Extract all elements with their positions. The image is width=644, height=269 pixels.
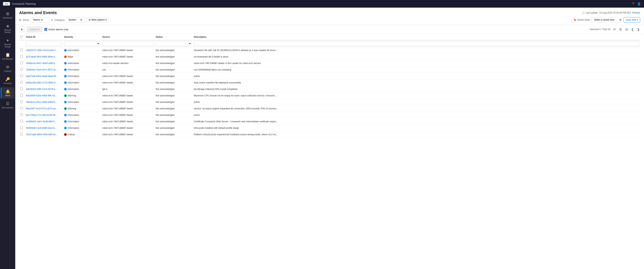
help-icon[interactable]: ? [632,2,634,5]
alarm-id-cell: 8da245f7-dc2f-4713-a574-ea... [25,105,63,112]
filter-source-input[interactable] [102,41,153,46]
row-checkbox[interactable] [20,55,23,58]
cisco-logo: cisco [3,2,10,5]
row-checkbox[interactable] [20,68,23,71]
table-row: 3b638316-5df5-4123-9378-b... i Informati… [19,86,640,92]
export-button[interactable]: ⬆ [19,26,24,32]
user-icon[interactable]: 👤 [637,2,641,6]
dashboard-icon: ⊞ [6,11,9,16]
alarm-id-cell: 15b02157-c95b-47e5-b1e5-2... [25,47,63,53]
alarm-id-link[interactable]: 5f2589d9-7ac9-4830-bece-6... [26,127,57,129]
show-select[interactable]: Alarms Events All [32,18,43,21]
row-checkbox[interactable] [20,133,23,135]
category-label: Category [54,18,65,21]
severity-icon: i [64,114,67,116]
alarm-id-link[interactable]: cf6ede2a-2ba1-4d06-b069-6... [26,101,57,103]
status-cell: Not acknowledged [154,112,193,118]
status-cell: Not acknowledged [154,86,193,92]
alarm-id-link[interactable]: 8da245f7-dc2f-4713-a574-ea... [26,107,58,110]
sidebar-item-licensing[interactable]: 🔑 Licensing [1,75,14,86]
alarm-id-link[interactable]: 8137aba5-961f-495b-894e-b... [26,55,57,58]
filter-status-select[interactable]: Not acknowledged Acknowledged [156,41,192,46]
row-checkbox[interactable] [20,107,23,110]
status-cell: Not acknowledged [154,92,193,99]
row-checkbox[interactable] [20,81,23,84]
row-checkbox[interactable] [20,113,23,116]
severity-cell: i Information [63,125,101,131]
alarm-id-link[interactable]: e1089d23-1bb7-4e38-bfb3-f... [26,120,56,123]
description-cell: Auto action manifest file deployed succe… [193,79,640,86]
licensing-icon: 🔑 [5,77,10,81]
more-options-button[interactable]: ⊟ More options ▾ [86,17,108,22]
row-checkbox[interactable] [20,49,23,51]
alarm-id-link[interactable]: 6ac72b6a-c7c2-4fef-b158-99... [26,114,57,116]
row-checkbox[interactable] [20,126,23,129]
source-cell: robot-orch-7467c48887-dwwtc [101,125,154,131]
refresh-button[interactable]: Refresh [632,11,640,14]
actions-button[interactable]: Actions ▾ [27,26,42,32]
alarm-id-link[interactable]: 1f28e4e0-70a4-4e7c-857f-cb... [26,68,58,71]
filter-source-cell [101,40,154,47]
show-select-container[interactable]: Alarms Events All [30,17,50,22]
description-cell: cas-5c854b9bdd-9lpzs cas restarting [193,66,640,73]
last-update-label: Last update: [586,11,598,14]
alarm-id-cell: 20ce7ad8-3604-4305-bf5f-4e... [25,131,63,138]
severity-label: Information [68,88,79,90]
alarm-id-link[interactable]: fb818699-02be-44b0-8ffc-43... [26,94,57,97]
alarm-id-link[interactable]: b03bcc56-d36c-4713-9983-b... [26,81,57,84]
chevron-down-icon-actions: ▾ [38,28,40,31]
save-view-button[interactable]: Save view ▾ [624,17,640,22]
filter-description-input[interactable] [194,41,639,46]
alarm-id-link[interactable]: 15b02157-c95b-47e5-b1e5-2... [26,49,58,52]
alarm-id-cell: 3b638316-5df5-4123-9378-b... [25,86,63,92]
source-cell: robot-orch-7467c48887-dwwtc [101,131,154,138]
active-alarms-checkbox[interactable] [44,28,47,31]
severity-icon: i [64,49,67,52]
alarm-id-link[interactable]: c848ac42-8e57-4b30-a3f9-9... [26,62,57,65]
category-select-container[interactable]: System Network Application [66,17,85,22]
filter-table-button[interactable]: ⊟ [625,27,628,32]
collapse-right-button[interactable]: ❮ [631,27,634,32]
severity-label: Information [68,62,79,65]
status-header: Status [154,34,193,40]
row-checkbox[interactable] [20,120,23,122]
refresh-table-button[interactable]: ⟳ [613,27,616,32]
source-cell: robot-orch-leader-election [101,60,154,66]
sidebar-item-administration[interactable]: ☰ Administration [1,99,14,111]
row-checkbox[interactable] [20,100,23,103]
severity-cell: i Information [63,118,101,125]
alarm-id-link[interactable]: 20ce7ad8-3604-4305-bf5f-4e... [26,133,58,136]
description-cell: cw-timeseries-db-0 health is down. [193,53,640,60]
sidebar-item-job-manager[interactable]: 📋 Job Manager [1,51,14,62]
alarm-id-link[interactable]: 3b638316-5df5-4123-9378-b... [26,88,57,90]
severity-cell: ◆ Warning [63,92,101,99]
sidebar-item-network-models[interactable]: ◈ Network Models [1,22,14,35]
expand-right-button[interactable]: ❯ [636,27,640,32]
alarm-id-link[interactable]: 8aef7a26-6401-4ba9-9aa0-f9... [26,75,58,77]
active-alarms-checkbox-label[interactable]: Active alarms only [44,28,68,31]
sidebar-label-dashboard: Dashboard [3,17,12,19]
row-checkbox[interactable] [20,61,23,64]
saved-view-select[interactable]: Select a saved view [592,17,622,22]
table-row: c848ac42-8e57-4b30-a3f9-9... i Informati… [19,60,640,66]
description-cell: Certificate Crosswork Web Server - cross… [193,118,640,125]
filter-severity-select[interactable]: Information Warning Major Critical [64,41,100,46]
sidebar-item-dashboard[interactable]: ⊞ Dashboard [1,9,14,21]
source-cell: robot-orch-7467c48887-dwwtc [101,105,154,112]
settings-button[interactable]: ⚙ [619,27,622,32]
filter-alarm-id-input[interactable] [26,41,62,46]
sidebar-item-alerts[interactable]: 🔔 Alerts [1,87,14,99]
alarm-id-cell: c848ac42-8e57-4b30-a3f9-9... [25,60,63,66]
row-checkbox[interactable] [20,94,23,97]
table-row: 8137aba5-961f-495b-894e-b... ▼ Major rob… [19,53,640,60]
sidebar-item-network-design[interactable]: ✦ Network Design [1,36,14,50]
status-cell: Not acknowledged [154,47,193,53]
row-checkbox[interactable] [20,87,23,90]
select-all-checkbox[interactable] [20,35,23,38]
sidebar-label-collector: Collector [4,70,11,72]
sidebar-item-collector[interactable]: ⚙ Collector [1,63,14,74]
row-checkbox[interactable] [20,74,23,77]
status-cell: Not acknowledged [154,60,193,66]
table-header: Alarm ID Severity Source Status Descript… [19,34,640,47]
category-select[interactable]: System Network Application [68,18,83,21]
